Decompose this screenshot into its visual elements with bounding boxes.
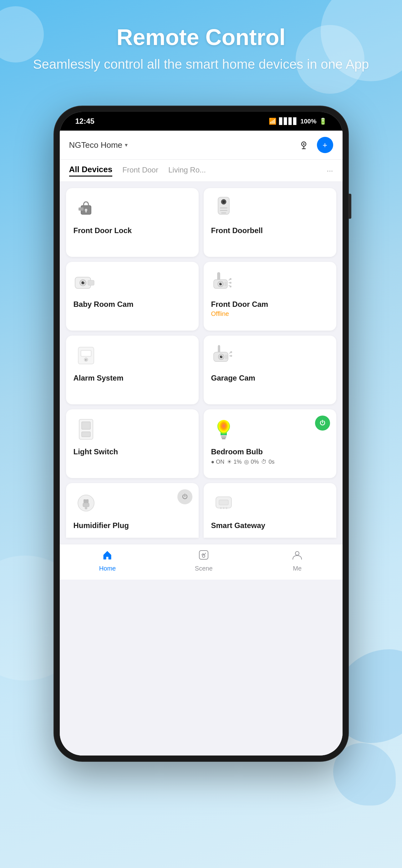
- svg-point-66: [295, 552, 299, 555]
- device-icon-bedroom-bulb: [211, 417, 236, 442]
- device-card-front-door-cam[interactable]: Front Door Cam Offline: [204, 262, 336, 331]
- device-card-light-switch[interactable]: Light Switch: [66, 409, 199, 478]
- svg-point-61: [223, 507, 225, 509]
- switch-icon: [77, 418, 95, 440]
- svg-point-41: [221, 356, 222, 356]
- svg-point-10: [223, 200, 225, 203]
- svg-rect-19: [88, 280, 94, 285]
- device-card-front-doorbell[interactable]: Front Doorbell: [204, 188, 336, 257]
- device-card-alarm-system[interactable]: ● Alarm System: [66, 336, 199, 404]
- plus-icon: +: [322, 140, 327, 150]
- alarm-icon: ●: [75, 345, 97, 367]
- device-card-front-door-lock[interactable]: Front Door Lock: [66, 188, 199, 257]
- device-name-humidifier-plug: Humidifier Plug: [74, 521, 191, 530]
- device-card-humidifier-plug[interactable]: Humidifier Plug: [66, 483, 199, 538]
- svg-rect-57: [85, 507, 87, 509]
- device-icon-front-doorbell: [211, 195, 236, 221]
- scene-nav-icon: [198, 549, 209, 563]
- tab-living-room[interactable]: Living Ro...: [168, 165, 206, 176]
- svg-point-30: [230, 282, 231, 284]
- svg-rect-49: [82, 432, 90, 437]
- svg-rect-52: [222, 438, 226, 439]
- svg-rect-12: [220, 210, 227, 211]
- wifi-icon: 📶: [269, 118, 277, 125]
- svg-rect-5: [79, 208, 84, 211]
- hero-section: Remote Control Seamlessly control all th…: [0, 0, 402, 86]
- home-nav-icon: [102, 549, 113, 563]
- device-icon-alarm-system: ●: [74, 343, 98, 368]
- device-card-baby-room-cam[interactable]: Baby Room Cam: [66, 262, 199, 331]
- svg-rect-7: [85, 211, 87, 213]
- phone-mockup: 12:45 📶 ▋▋▋▋ 100% 🔋 NGTeco Home ▾: [54, 106, 348, 761]
- nav-item-me[interactable]: Me: [292, 549, 303, 572]
- svg-rect-48: [82, 422, 90, 429]
- status-bar: 12:45 📶 ▋▋▋▋ 100% 🔋: [60, 112, 343, 131]
- power-button-humidifier-plug[interactable]: [177, 489, 192, 504]
- svg-point-65: [202, 555, 205, 557]
- add-device-button[interactable]: +: [317, 137, 333, 153]
- power-icon-gray: [181, 493, 189, 501]
- device-icon-baby-room-cam: [74, 269, 98, 294]
- svg-rect-54: [84, 499, 86, 503]
- svg-rect-63: [106, 557, 108, 559]
- bottom-nav: Home Scene: [60, 544, 343, 580]
- tab-all-devices[interactable]: All Devices: [69, 165, 113, 177]
- power-button-bedroom-bulb[interactable]: [315, 415, 330, 431]
- svg-rect-56: [83, 503, 89, 507]
- scan-icon: [299, 140, 309, 150]
- nav-item-home[interactable]: Home: [99, 549, 116, 572]
- app-content: NGTeco Home ▾ +: [60, 131, 343, 755]
- gateway-icon: [213, 493, 235, 513]
- device-name-light-switch: Light Switch: [74, 447, 191, 457]
- svg-point-29: [230, 278, 231, 280]
- doorbell-icon: [215, 195, 232, 221]
- scene-nav-label: Scene: [195, 565, 213, 572]
- hero-title: Remote Control: [0, 25, 402, 50]
- device-icon-light-switch: [74, 417, 98, 442]
- indoor-cam-icon: [74, 271, 98, 293]
- device-name-front-door-cam: Front Door Cam: [211, 299, 329, 309]
- tabs-bar: All Devices Front Door Living Ro... ···: [60, 160, 343, 182]
- garage-cam-icon: [211, 345, 236, 367]
- svg-rect-51: [221, 436, 226, 438]
- more-tabs-button[interactable]: ···: [326, 166, 333, 175]
- device-card-smart-gateway[interactable]: Smart Gateway: [204, 483, 336, 538]
- signal-icon: ▋▋▋▋: [279, 118, 298, 125]
- device-icon-smart-gateway: [211, 491, 236, 516]
- svg-rect-11: [220, 208, 227, 208]
- svg-rect-55: [86, 499, 89, 503]
- svg-point-24: [221, 283, 221, 284]
- home-selector[interactable]: NGTeco Home ▾: [69, 140, 128, 150]
- power-icon: [319, 419, 326, 427]
- svg-point-31: [230, 286, 231, 287]
- device-icon-front-door-cam: [211, 269, 236, 294]
- outdoor-cam-icon: [211, 271, 236, 293]
- tab-front-door[interactable]: Front Door: [122, 165, 158, 176]
- svg-point-3: [303, 144, 305, 145]
- device-card-bedroom-bulb[interactable]: Bedroom Bulb ● ON ☀ 1% ◎ 0% ⏱ 0s: [204, 409, 336, 478]
- nav-item-scene[interactable]: Scene: [195, 549, 213, 572]
- top-bar-icons: +: [296, 137, 333, 153]
- svg-text:●: ●: [85, 359, 87, 361]
- bulb-status-on: ● ON: [211, 459, 225, 465]
- svg-point-18: [83, 281, 84, 282]
- device-card-garage-cam[interactable]: Garage Cam: [204, 336, 336, 404]
- scan-button[interactable]: [296, 137, 312, 153]
- svg-rect-42: [225, 354, 228, 359]
- device-name-baby-room-cam: Baby Room Cam: [74, 299, 191, 309]
- device-name-garage-cam: Garage Cam: [211, 373, 329, 383]
- svg-rect-13: [221, 213, 226, 213]
- hero-subtitle: Seamlessly control all the smart home de…: [0, 56, 402, 73]
- status-time: 12:45: [76, 117, 94, 126]
- battery-icon: 🔋: [319, 118, 327, 125]
- svg-rect-34: [81, 351, 91, 356]
- svg-rect-50: [221, 435, 227, 436]
- device-name-alarm-system: Alarm System: [74, 373, 191, 383]
- device-icon-front-door-lock: [74, 195, 98, 221]
- device-grid: Front Door Lock: [60, 182, 343, 544]
- bulb-timer: ⏱ 0s: [261, 459, 275, 465]
- device-name-bedroom-bulb: Bedroom Bulb: [211, 447, 329, 457]
- chevron-down-icon: ▾: [125, 142, 127, 148]
- me-nav-icon: [292, 549, 303, 563]
- status-icons: 📶 ▋▋▋▋ 100% 🔋: [269, 118, 326, 125]
